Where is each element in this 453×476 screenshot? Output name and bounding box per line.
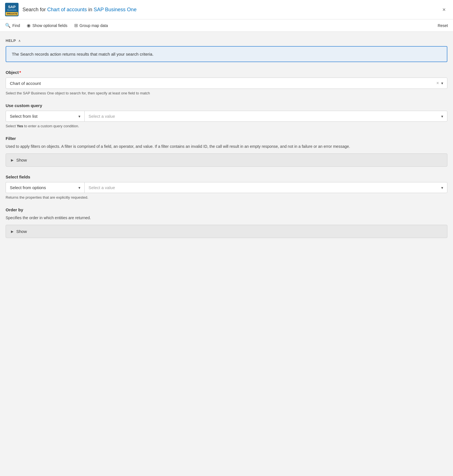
group-map-label: Group map data xyxy=(80,23,108,28)
custom-query-label: Use custom query xyxy=(6,103,447,108)
hint-prefix: Select xyxy=(6,124,17,128)
main-window: SAP BusinessOne PRIVATE Search for Chart… xyxy=(0,0,453,476)
order-by-chevron-right-icon: ▶ xyxy=(11,230,13,234)
find-button[interactable]: 🔍 Find xyxy=(5,22,20,29)
custom-query-section: Use custom query Select from list ▾ Sele… xyxy=(6,103,447,128)
help-description: The Search records action returns result… xyxy=(12,52,153,56)
select-fields-right-select[interactable]: Select a value ▾ xyxy=(84,182,447,193)
show-optional-fields-button[interactable]: ◉ Show optional fields xyxy=(27,22,67,29)
custom-query-hint: Select Yes to enter a custom query condi… xyxy=(6,124,447,128)
select-fields-row: Select from options ▾ Select a value ▾ xyxy=(6,182,447,193)
custom-query-left-select[interactable]: Select from list ▾ xyxy=(6,111,84,122)
find-label: Find xyxy=(12,23,20,28)
object-select-value: Chart of account xyxy=(10,81,41,86)
filter-show-label: Show xyxy=(16,158,27,162)
eye-icon: ◉ xyxy=(27,23,31,28)
window-title: Search for Chart of accounts in SAP Busi… xyxy=(22,7,440,13)
sap-private-badge: PRIVATE xyxy=(6,12,18,15)
title-prefix: Search for xyxy=(22,7,47,12)
reset-label: Reset xyxy=(438,23,448,28)
custom-query-chevron-down-icon: ▾ xyxy=(78,114,80,119)
bars-icon: ⊞ xyxy=(74,23,78,28)
hint-suffix: to enter a custom query condition. xyxy=(23,124,79,128)
required-star: * xyxy=(19,70,21,75)
reset-button[interactable]: Reset xyxy=(438,23,448,28)
close-button[interactable]: × xyxy=(440,5,448,14)
help-header: HELP ∧ xyxy=(6,38,447,43)
filter-chevron-right-icon: ▶ xyxy=(11,158,13,162)
object-hint: Select the SAP Business One object to se… xyxy=(6,91,447,95)
select-fields-section: Select fields Select from options ▾ Sele… xyxy=(6,174,447,200)
order-by-show-label: Show xyxy=(16,229,27,234)
custom-query-placeholder: Select a value xyxy=(89,114,115,119)
select-fields-option-label: Select from options xyxy=(10,185,46,190)
order-by-section: Order by Specifies the order in which en… xyxy=(6,207,447,238)
main-content: HELP ∧ The Search records action returns… xyxy=(0,32,453,476)
select-fields-label: Select fields xyxy=(6,174,447,179)
group-map-data-button[interactable]: ⊞ Group map data xyxy=(74,22,108,29)
toolbar: 🔍 Find ◉ Show optional fields ⊞ Group ma… xyxy=(0,19,453,32)
object-section: Object* Chart of account × ▾ Select the … xyxy=(6,70,447,95)
sap-logo-text: SAP xyxy=(8,5,16,9)
search-icon: 🔍 xyxy=(5,23,11,28)
object-select[interactable]: Chart of account × ▾ xyxy=(6,78,447,89)
help-chevron-up-icon[interactable]: ∧ xyxy=(18,39,21,43)
select-fields-hint: Returns the properties that are explicit… xyxy=(6,195,447,200)
object-label: Object* xyxy=(6,70,447,75)
order-by-description: Specifies the order in which entities ar… xyxy=(6,215,447,221)
custom-query-row: Select from list ▾ Select a value ▾ xyxy=(6,111,447,122)
help-section: HELP ∧ The Search records action returns… xyxy=(6,38,447,62)
hint-yes: Yes xyxy=(17,124,23,128)
sap-logo: SAP BusinessOne PRIVATE xyxy=(5,3,19,16)
order-by-show-panel[interactable]: ▶ Show xyxy=(6,225,447,238)
custom-query-value-chevron-icon: ▾ xyxy=(441,114,443,119)
title-bar: SAP BusinessOne PRIVATE Search for Chart… xyxy=(0,0,453,19)
help-box: The Search records action returns result… xyxy=(6,46,447,62)
title-middle: in xyxy=(87,7,94,12)
select-fields-left-select[interactable]: Select from options ▾ xyxy=(6,182,84,193)
show-optional-label: Show optional fields xyxy=(32,23,67,28)
select-fields-value-chevron-icon: ▾ xyxy=(441,185,443,190)
select-fields-placeholder: Select a value xyxy=(89,185,115,190)
order-by-label: Order by xyxy=(6,207,447,212)
object-select-icons: × ▾ xyxy=(436,81,443,86)
custom-query-right-select[interactable]: Select a value ▾ xyxy=(84,111,447,122)
help-label: HELP xyxy=(6,38,16,43)
filter-section: Filter Used to apply filters on objects.… xyxy=(6,136,447,167)
title-object: Chart of accounts xyxy=(47,7,87,12)
filter-label: Filter xyxy=(6,136,447,141)
object-clear-icon[interactable]: × xyxy=(436,81,439,86)
filter-show-panel[interactable]: ▶ Show xyxy=(6,153,447,167)
object-chevron-down-icon[interactable]: ▾ xyxy=(441,81,443,85)
title-app: SAP Business One xyxy=(94,7,137,12)
custom-query-select-label: Select from list xyxy=(10,114,37,119)
filter-description: Used to apply filters on objects. A filt… xyxy=(6,144,447,149)
select-fields-chevron-down-icon: ▾ xyxy=(78,185,80,190)
